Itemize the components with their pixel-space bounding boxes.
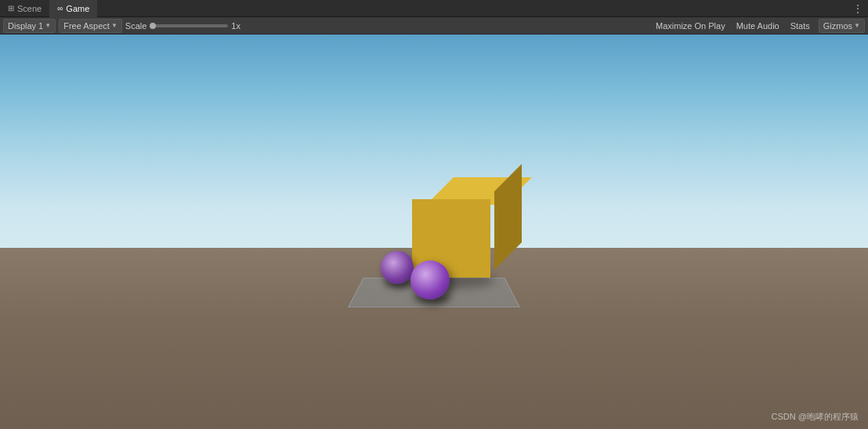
scene-tab-label: Scene <box>17 4 42 13</box>
gizmos-dropdown-arrow: ▼ <box>854 22 860 29</box>
maximize-btn[interactable]: Maximize On Play <box>653 20 728 31</box>
toolbar-right: Maximize On Play Mute Audio Stats Gizmos… <box>653 19 865 33</box>
tab-game[interactable]: ∞ Game <box>49 0 97 17</box>
sphere-object-2 <box>410 260 450 300</box>
stats-btn[interactable]: Stats <box>788 20 812 31</box>
sphere-object-1 <box>381 251 414 284</box>
display-dropdown[interactable]: Display 1 ▼ <box>3 19 56 33</box>
scale-slider[interactable] <box>150 24 228 27</box>
aspect-dropdown-arrow: ▼ <box>111 22 118 29</box>
aspect-label: Free Aspect <box>63 21 110 31</box>
game-viewport: CSDN @咆哮的程序猿 <box>0 35 868 429</box>
watermark: CSDN @咆哮的程序猿 <box>772 411 859 423</box>
toolbar-left: Display 1 ▼ Free Aspect ▼ Scale 1x <box>3 19 652 33</box>
scale-label: Scale <box>125 21 147 31</box>
game-icon: ∞ <box>57 4 63 13</box>
tab-bar: ⊞ Scene ∞ Game ⋮ <box>0 0 868 17</box>
aspect-dropdown[interactable]: Free Aspect ▼ <box>59 19 122 33</box>
scale-value: 1x <box>231 21 241 31</box>
scale-slider-thumb <box>150 23 156 29</box>
display-dropdown-arrow: ▼ <box>45 22 51 29</box>
game-tab-label: Game <box>66 4 89 13</box>
mute-btn[interactable]: Mute Audio <box>734 20 782 31</box>
tab-scene[interactable]: ⊞ Scene <box>0 0 49 17</box>
gizmos-label: Gizmos <box>823 21 852 31</box>
display-label: Display 1 <box>8 21 43 31</box>
tab-more-icon[interactable]: ⋮ <box>852 2 863 15</box>
scene-icon: ⊞ <box>8 4 14 13</box>
scale-section: Scale 1x <box>125 21 241 31</box>
toolbar: Display 1 ▼ Free Aspect ▼ Scale 1x Maxim… <box>0 17 868 35</box>
gizmos-dropdown[interactable]: Gizmos ▼ <box>819 19 865 33</box>
